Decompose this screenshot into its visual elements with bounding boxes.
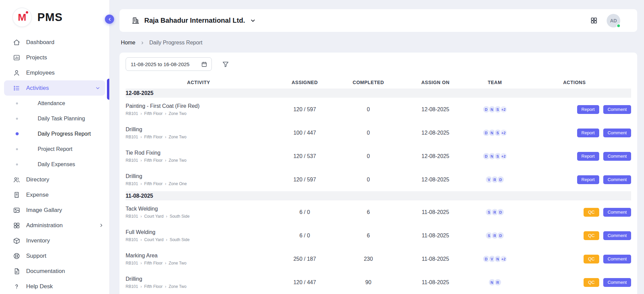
company-selector[interactable]: Raja Bahadur International Ltd. <box>132 17 256 24</box>
sidebar-item-directory[interactable]: Directory <box>0 172 109 187</box>
path-segment: RB101 <box>126 181 138 186</box>
online-status-dot <box>617 24 621 28</box>
brand[interactable]: M PMS <box>0 0 109 35</box>
primary-action-button[interactable]: Report <box>577 175 599 184</box>
primary-action-button[interactable]: Report <box>577 105 599 114</box>
comment-button[interactable]: Comment <box>603 175 631 184</box>
sidebar-item-label: Directory <box>26 176 49 183</box>
activity-cell: Tie Rod Fixing RB101›Fifth Floor›Zone Tw… <box>126 150 272 163</box>
path-segment: Fifth Floor <box>144 135 163 139</box>
team-extra-count: +2 <box>500 129 508 137</box>
sidebar-collapse-button[interactable] <box>105 15 114 24</box>
chevron-right-icon <box>99 223 104 228</box>
chevron-right-icon: › <box>166 237 167 242</box>
comment-button[interactable]: Comment <box>603 231 631 240</box>
path-segment: RB101 <box>126 135 138 139</box>
chevron-right-icon: › <box>165 261 166 266</box>
sidebar-item-inventory[interactable]: Inventory <box>0 233 109 248</box>
path-segment: Zone Two <box>169 111 186 116</box>
comment-button[interactable]: Comment <box>603 278 631 287</box>
activity-path: RB101›Fifth Floor›Zone Two <box>126 158 268 163</box>
assigned-value: 6 / 0 <box>272 209 338 215</box>
actions-cell: QC Comment <box>518 255 631 263</box>
date-range-input[interactable]: 11-08-2025 to 16-08-2025 <box>126 57 212 71</box>
sidebar-item-help-desk[interactable]: Help Desk <box>0 279 109 294</box>
activity-cell: Drilling RB101›Fifth Floor›Zone One <box>126 173 272 186</box>
sidebar-subitem-project-report[interactable]: Project Report <box>0 141 109 157</box>
activity-cell: Marking Area RB101›Fifth Floor›Zone Two <box>126 253 272 266</box>
assign-on-value: 12-08-2025 <box>399 153 472 159</box>
path-segment: RB101 <box>126 261 138 266</box>
comment-button[interactable]: Comment <box>603 152 631 161</box>
team-avatars: DNS+2 <box>472 105 518 113</box>
activity-path: RB101›Court Yard›South Side <box>126 214 268 219</box>
path-segment: South Side <box>170 214 190 219</box>
primary-action-button[interactable]: QC <box>584 278 599 287</box>
chevron-right-icon: › <box>141 261 142 266</box>
sidebar-item-dashboard[interactable]: Dashboard <box>0 35 109 50</box>
actions-cell: Report Comment <box>518 152 631 161</box>
sidebar-subitem-daily-task-planning[interactable]: Daily Task Planning <box>0 111 109 126</box>
sidebar-item-administration[interactable]: Administration <box>0 218 109 233</box>
activity-path: RB101›Fifth Floor›Zone Two <box>126 135 268 139</box>
comment-button[interactable]: Comment <box>603 208 631 217</box>
breadcrumb-home[interactable]: Home <box>121 40 135 46</box>
filter-row: 11-08-2025 to 16-08-2025 <box>126 57 631 71</box>
sidebar-item-label: Employees <box>26 70 55 76</box>
sidebar-item-projects[interactable]: Projects <box>0 50 109 65</box>
primary-action-button[interactable]: Report <box>577 152 599 161</box>
sidebar-item-activities[interactable]: Activities <box>4 80 105 96</box>
path-segment: Zone One <box>169 181 187 186</box>
table-header-row: ACTIVITY ASSIGNED COMPLETED ASSIGN ON TE… <box>126 76 631 89</box>
activity-cell: Full Welding RB101›Court Yard›South Side <box>126 229 272 242</box>
list-icon <box>13 84 20 92</box>
completed-value: 0 <box>338 177 399 183</box>
sidebar-subitem-daily-progress-report[interactable]: Daily Progress Report <box>0 126 109 141</box>
chevron-right-icon <box>140 41 145 45</box>
document-icon <box>13 268 20 275</box>
modules-icon <box>13 222 20 229</box>
path-segment: Fifth Floor <box>144 158 163 163</box>
table-row: Drilling RB101›Fifth Floor›Zone Two 120 … <box>126 271 631 294</box>
chevron-right-icon: › <box>165 111 166 116</box>
sidebar-item-label: Expense <box>26 192 49 198</box>
filter-button[interactable] <box>222 61 229 68</box>
completed-value: 230 <box>338 256 399 262</box>
sidebar-subitem-daily-expenses[interactable]: Daily Expenses <box>0 157 109 172</box>
app-title: PMS <box>37 11 63 24</box>
completed-value: 0 <box>338 106 399 113</box>
assigned-value: 120 / 597 <box>272 177 338 183</box>
sidebar-subitem-label: Daily Task Planning <box>38 116 85 122</box>
primary-action-button[interactable]: QC <box>584 208 599 217</box>
question-mark-icon <box>13 283 20 290</box>
date-range-value: 11-08-2025 to 16-08-2025 <box>131 61 189 67</box>
sidebar-subitem-attendance[interactable]: Attendance <box>0 96 109 111</box>
team-extra-count: +2 <box>500 255 508 263</box>
sidebar-item-label: Dashboard <box>26 39 54 46</box>
actions-cell: Report Comment <box>518 105 631 114</box>
activity-path: RB101›Fifth Floor›Zone Two <box>126 284 268 289</box>
sidebar-item-documentation[interactable]: Documentation <box>0 263 109 279</box>
sidebar-item-employees[interactable]: Employees <box>0 65 109 80</box>
avatar[interactable]: AD <box>607 14 620 27</box>
primary-action-button[interactable]: Report <box>577 129 599 137</box>
chevron-right-icon: › <box>165 158 166 163</box>
comment-button[interactable]: Comment <box>603 255 631 263</box>
logo-dot <box>26 11 28 14</box>
primary-action-button[interactable]: QC <box>584 231 599 240</box>
assign-on-value: 12-08-2025 <box>399 106 472 113</box>
sidebar-item-image-gallery[interactable]: Image Gallary <box>0 202 109 218</box>
path-segment: RB101 <box>126 158 138 163</box>
sidebar-item-expense[interactable]: Expense <box>0 187 109 202</box>
comment-button[interactable]: Comment <box>603 105 631 114</box>
primary-action-button[interactable]: QC <box>584 255 599 263</box>
sidebar-item-support[interactable]: Support <box>0 248 109 263</box>
path-segment: Court Yard <box>144 237 164 242</box>
chevron-down-icon <box>250 18 256 24</box>
users-icon <box>13 176 20 183</box>
sidebar-item-label: Support <box>26 253 47 259</box>
apps-grid-icon[interactable] <box>590 17 598 24</box>
comment-button[interactable]: Comment <box>603 129 631 137</box>
activity-name: Drilling <box>126 126 268 133</box>
home-icon <box>13 39 20 46</box>
